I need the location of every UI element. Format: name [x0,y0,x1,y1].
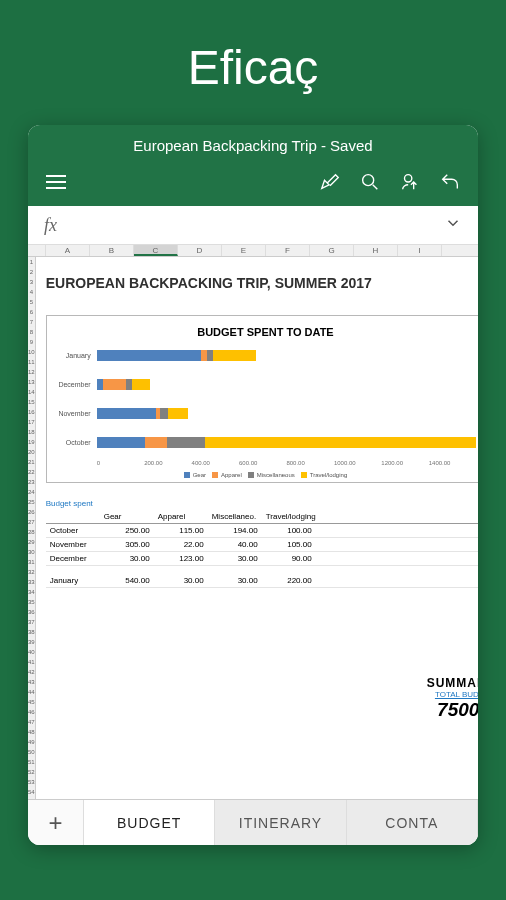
column-header[interactable]: E [222,245,266,256]
budget-table: Budget spent GearApparelMiscellaneo.Trav… [46,499,478,588]
row-header[interactable]: 1 [28,257,35,267]
row-header[interactable]: 32 [28,567,35,577]
summary-block: SUMMARY TOTAL BUDGET 7500.0 [427,676,478,721]
chart-segment [168,408,188,419]
row-header[interactable]: 55 [28,797,35,799]
row-header[interactable]: 40 [28,647,35,657]
undo-icon[interactable] [436,168,464,196]
table-row: January540.0030.0030.00220.00 [46,574,478,588]
row-header[interactable]: 43 [28,677,35,687]
sheet-title: EUROPEAN BACKPACKING TRIP, SUMMER 2017 [46,275,478,291]
column-header[interactable]: D [178,245,222,256]
formula-bar[interactable]: fx [28,206,478,245]
table-cell: November [46,538,100,551]
table-header-cell: Travel/lodging [262,510,316,523]
row-header[interactable]: 18 [28,427,35,437]
add-sheet-button[interactable]: + [28,800,84,845]
phone-frame: European Backpacking Trip - Saved fx [28,125,478,845]
search-icon[interactable] [356,168,384,196]
share-icon[interactable] [396,168,424,196]
row-header[interactable]: 36 [28,607,35,617]
table-row: November305.0022.0040.00105.00 [46,538,478,552]
row-header[interactable]: 54 [28,787,35,797]
row-header[interactable]: 21 [28,457,35,467]
column-header[interactable]: I [398,245,442,256]
fx-label: fx [44,215,57,236]
chevron-down-icon[interactable] [444,214,462,236]
row-header[interactable]: 29 [28,537,35,547]
row-header[interactable]: 24 [28,487,35,497]
app-heading: Eficaç [0,0,506,125]
row-header[interactable]: 50 [28,747,35,757]
row-header[interactable]: 53 [28,777,35,787]
app-header: European Backpacking Trip - Saved [28,125,478,206]
row-header[interactable]: 14 [28,387,35,397]
row-header[interactable]: 27 [28,517,35,527]
row-header[interactable]: 16 [28,407,35,417]
row-header[interactable]: 47 [28,717,35,727]
row-header[interactable]: 20 [28,447,35,457]
row-header[interactable]: 2 [28,267,35,277]
column-header[interactable]: F [266,245,310,256]
row-header[interactable]: 48 [28,727,35,737]
chart-segment [103,379,127,390]
table-cell: 194.00 [208,524,262,537]
row-header[interactable]: 33 [28,577,35,587]
draw-icon[interactable] [316,168,344,196]
row-header[interactable]: 9 [28,337,35,347]
row-header[interactable]: 17 [28,417,35,427]
row-header[interactable]: 38 [28,627,35,637]
row-header[interactable]: 44 [28,687,35,697]
row-header[interactable]: 45 [28,697,35,707]
row-header[interactable]: 25 [28,497,35,507]
row-header[interactable]: 23 [28,477,35,487]
row-header[interactable]: 35 [28,597,35,607]
summary-link[interactable]: TOTAL BUDGET [427,690,478,699]
row-header[interactable]: 41 [28,657,35,667]
row-header[interactable]: 12 [28,367,35,377]
row-header[interactable]: 11 [28,357,35,367]
row-header[interactable]: 4 [28,287,35,297]
column-header[interactable]: G [310,245,354,256]
row-header[interactable]: 22 [28,467,35,477]
table-title: Budget spent [46,499,478,508]
sheet-tab[interactable]: BUDGET [84,800,215,845]
svg-point-0 [363,175,374,186]
row-header[interactable]: 39 [28,637,35,647]
row-header[interactable]: 8 [28,327,35,337]
row-header[interactable]: 28 [28,527,35,537]
row-header[interactable]: 3 [28,277,35,287]
column-header[interactable]: C [134,245,178,256]
chart-segment [167,437,205,448]
row-header[interactable]: 5 [28,297,35,307]
row-header[interactable]: 52 [28,767,35,777]
row-header[interactable]: 15 [28,397,35,407]
row-header[interactable]: 31 [28,557,35,567]
row-header[interactable]: 49 [28,737,35,747]
sheet-canvas[interactable]: EUROPEAN BACKPACKING TRIP, SUMMER 2017 B… [36,257,478,799]
sheet-tab[interactable]: CONTA [347,800,478,845]
chart-bar-row: December [55,379,477,390]
legend-item: Apparel [212,472,242,478]
chart-segment [97,350,202,361]
row-header[interactable]: 42 [28,667,35,677]
row-header[interactable]: 13 [28,377,35,387]
row-header[interactable]: 46 [28,707,35,717]
column-header[interactable]: H [354,245,398,256]
table-cell: 540.00 [100,574,154,587]
column-header[interactable]: B [90,245,134,256]
row-header[interactable]: 7 [28,317,35,327]
row-header[interactable]: 10 [28,347,35,357]
table-cell: January [46,574,100,587]
row-header[interactable]: 30 [28,547,35,557]
sheet-tab[interactable]: ITINERARY [215,800,346,845]
column-header[interactable]: A [46,245,90,256]
row-header[interactable]: 51 [28,757,35,767]
row-header[interactable]: 26 [28,507,35,517]
row-header[interactable]: 6 [28,307,35,317]
row-header[interactable]: 37 [28,617,35,627]
row-header[interactable]: 19 [28,437,35,447]
menu-icon[interactable] [42,168,70,196]
table-cell: 30.00 [208,574,262,587]
row-header[interactable]: 34 [28,587,35,597]
